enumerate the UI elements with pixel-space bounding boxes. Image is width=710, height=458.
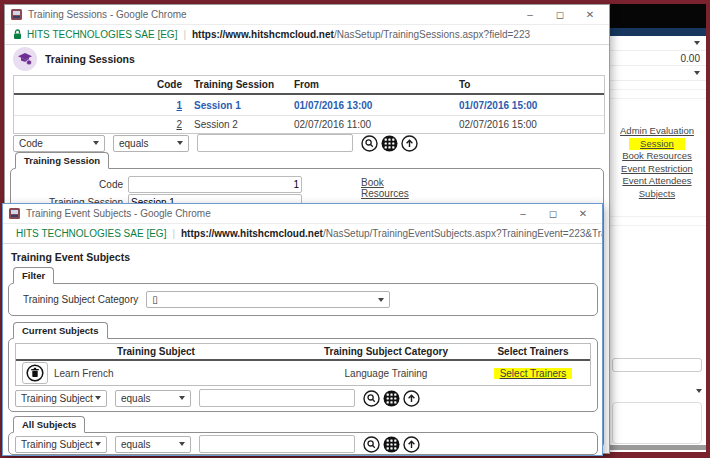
- background-text-field[interactable]: [612, 358, 702, 372]
- session-from: 02/07/2016 11:00: [294, 119, 459, 130]
- delete-subject-button[interactable]: [22, 362, 48, 384]
- address-bar[interactable]: HITS TECHNOLOGIES SAE [EG] | https://www…: [3, 224, 602, 244]
- col-training-session: Training Session: [190, 79, 294, 90]
- filter-field-select[interactable]: Code: [13, 135, 105, 152]
- search-icon[interactable]: [361, 135, 378, 152]
- background-dropdown[interactable]: [612, 384, 702, 398]
- address-bar[interactable]: HITS TECHNOLOGIES SAE [EG] | https://www…: [5, 25, 609, 45]
- tab-favicon-icon: [9, 208, 20, 219]
- filter-value-input[interactable]: [197, 134, 353, 152]
- filter-field-select[interactable]: Training Subject: [15, 436, 107, 453]
- up-arrow-icon[interactable]: [403, 436, 420, 453]
- subject-name: Learn French: [54, 368, 113, 379]
- tab-filter[interactable]: Filter: [13, 267, 54, 284]
- category-label: Training Subject Category: [23, 294, 138, 305]
- table-row[interactable]: 1 Session 1 01/07/2016 13:00 01/07/2016 …: [14, 95, 604, 116]
- maximize-button[interactable]: ◻: [538, 204, 568, 223]
- session-name: Session 2: [190, 119, 294, 130]
- session-to: 02/07/2016 15:00: [459, 119, 604, 130]
- filter-actions: [361, 135, 418, 152]
- session-code-link[interactable]: 2: [176, 119, 182, 130]
- up-arrow-icon[interactable]: [401, 135, 418, 152]
- link-session[interactable]: Session: [629, 138, 685, 151]
- close-button[interactable]: ✕: [568, 204, 598, 223]
- table-filter-row: Training Subject equals: [15, 435, 420, 453]
- search-icon[interactable]: [363, 390, 380, 407]
- link-event-attendees[interactable]: Event Attendees: [608, 175, 706, 188]
- close-button[interactable]: ✕: [575, 5, 605, 24]
- horizontal-scrollbar[interactable]: [608, 445, 706, 450]
- filter-operator-select[interactable]: equals: [115, 436, 191, 453]
- link-event-restriction[interactable]: Event Restriction: [608, 163, 706, 176]
- chevron-down-icon: [95, 442, 101, 446]
- window-titlebar[interactable]: Training Event Subjects - Google Chrome …: [3, 204, 602, 224]
- filter-operator-select[interactable]: equals: [115, 390, 191, 407]
- all-subjects-panel: Training Subject equals: [8, 432, 598, 455]
- session-name: Session 1: [190, 100, 294, 111]
- col-subject-category: Training Subject Category: [296, 346, 476, 357]
- chevron-down-icon: [378, 298, 384, 302]
- divider: [608, 81, 706, 90]
- divider: [608, 90, 706, 99]
- code-field[interactable]: [128, 176, 302, 193]
- chevron-down-icon: [177, 141, 183, 145]
- tab-all-subjects[interactable]: All Subjects: [13, 416, 85, 433]
- chevron-down-icon: [93, 141, 99, 145]
- up-arrow-icon[interactable]: [403, 390, 420, 407]
- url-path: /NasSetup/TrainingEventSubjects.aspx?Tra…: [323, 228, 602, 239]
- col-training-subject: Training Subject: [16, 346, 296, 357]
- filter-panel: Training Subject Category ▯: [8, 283, 598, 316]
- maximize-button[interactable]: ◻: [545, 5, 575, 24]
- background-textarea[interactable]: [612, 402, 702, 444]
- lock-icon: [13, 29, 22, 40]
- minimize-button[interactable]: –: [508, 204, 538, 223]
- url-path: /NasSetup/TrainingSessions.aspx?field=22…: [334, 29, 530, 40]
- table-filter-row: Code equals: [13, 134, 418, 152]
- book-resources-link[interactable]: Book Resources: [361, 177, 409, 199]
- link-subjects[interactable]: Subjects: [608, 188, 706, 201]
- select-trainers-link[interactable]: Select Trainers: [494, 368, 573, 379]
- background-amount-field: 0.00: [608, 51, 706, 66]
- tab-favicon-icon: [11, 9, 22, 20]
- col-select-trainers: Select Trainers: [476, 346, 590, 357]
- filter-value-input[interactable]: [199, 435, 355, 453]
- filter-operator-select[interactable]: equals: [113, 135, 189, 152]
- page-title: Training Event Subjects: [11, 251, 130, 263]
- chevron-down-icon: [95, 396, 101, 400]
- graduation-cap-icon: [18, 53, 32, 66]
- url-separator: |: [183, 29, 186, 40]
- grid-icon[interactable]: [381, 135, 398, 152]
- page-title: Training Sessions: [45, 53, 135, 65]
- window-title: Training Sessions - Google Chrome: [28, 9, 515, 20]
- window-titlebar[interactable]: Training Sessions - Google Chrome – ◻ ✕: [5, 5, 609, 25]
- url-domain: https://www.hitshcmcloud.net: [181, 228, 323, 239]
- filter-value-input[interactable]: [199, 389, 355, 407]
- session-code-link[interactable]: 1: [176, 100, 182, 111]
- link-admin-evaluation[interactable]: Admin Evaluation: [608, 125, 706, 138]
- search-icon[interactable]: [363, 436, 380, 453]
- grid-icon[interactable]: [383, 390, 400, 407]
- divider: [608, 217, 706, 226]
- url-separator: |: [172, 228, 175, 239]
- amount-value: 0.00: [681, 53, 700, 64]
- code-label: Code: [11, 179, 123, 190]
- url-domain: https://www.hitshcmcloud.net: [192, 29, 334, 40]
- grid-icon[interactable]: [383, 436, 400, 453]
- tab-current-subjects[interactable]: Current Subjects: [13, 322, 108, 339]
- subject-category: Language Training: [296, 368, 476, 379]
- background-dropdown[interactable]: [608, 36, 706, 51]
- filter-actions: [363, 390, 420, 407]
- filter-field-select[interactable]: Training Subject: [15, 390, 107, 407]
- tab-training-session[interactable]: Training Session: [15, 152, 109, 169]
- table-row[interactable]: 2 Session 2 02/07/2016 11:00 02/07/2016 …: [14, 116, 604, 133]
- minimize-button[interactable]: –: [515, 5, 545, 24]
- table-header-row: Training Subject Training Subject Catego…: [16, 344, 590, 361]
- background-dropdown[interactable]: [608, 66, 706, 81]
- category-select[interactable]: ▯: [146, 291, 390, 308]
- category-filter-row: Training Subject Category ▯: [23, 291, 390, 308]
- chevron-down-icon: [694, 41, 700, 45]
- training-event-subjects-window: Training Event Subjects - Google Chrome …: [2, 203, 603, 456]
- col-from: From: [294, 79, 459, 90]
- link-book-resources[interactable]: Book Resources: [608, 150, 706, 163]
- chevron-down-icon: [694, 71, 700, 75]
